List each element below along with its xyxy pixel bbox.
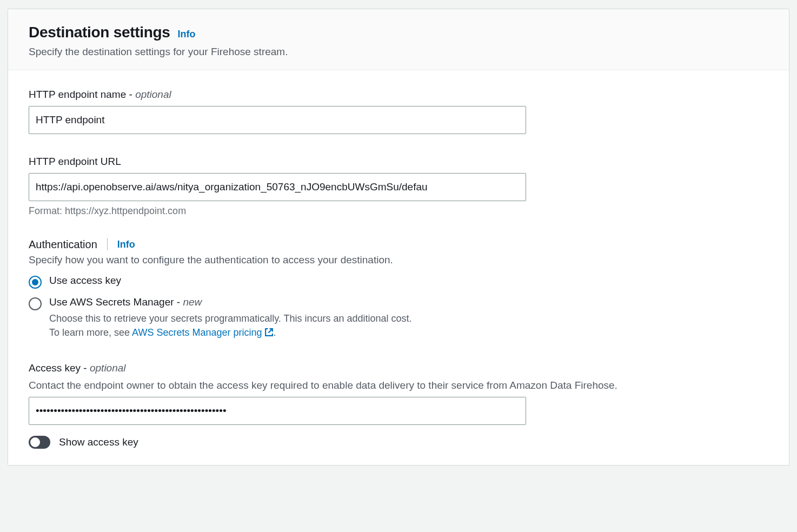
endpoint-url-field: HTTP endpoint URL Format: https://xyz.ht… (29, 156, 768, 217)
info-link[interactable]: Info (178, 29, 196, 40)
show-access-key-toggle[interactable] (29, 436, 50, 449)
endpoint-url-hint: Format: https://xyz.httpendpoint.com (29, 205, 768, 217)
auth-option-secrets-manager-desc: Choose this to retrieve your secrets pro… (49, 311, 768, 341)
divider (107, 238, 108, 250)
radio-selected-icon[interactable] (29, 276, 42, 289)
page-subtitle: Specify the destination settings for you… (29, 46, 768, 58)
auth-option-access-key-label: Use access key (49, 275, 768, 287)
endpoint-name-field: HTTP endpoint name - optional (29, 89, 768, 134)
auth-option-secrets-manager[interactable]: Use AWS Secrets Manager - new Choose thi… (29, 296, 768, 341)
endpoint-url-input[interactable] (29, 173, 526, 201)
access-key-input[interactable] (29, 397, 526, 425)
secrets-manager-pricing-link[interactable]: AWS Secrets Manager pricing (132, 327, 273, 338)
endpoint-name-label: HTTP endpoint name - optional (29, 89, 768, 101)
authentication-info-link[interactable]: Info (117, 239, 135, 250)
destination-settings-panel: Destination settings Info Specify the de… (8, 9, 789, 466)
external-link-icon (264, 327, 274, 341)
auth-option-secrets-manager-label: Use AWS Secrets Manager - new (49, 296, 768, 308)
access-key-label: Access key - optional (29, 362, 768, 374)
authentication-section: Authentication Info Specify how you want… (29, 238, 768, 341)
access-key-desc: Contact the endpoint owner to obtain the… (29, 380, 768, 391)
show-access-key-label: Show access key (59, 436, 138, 448)
authentication-title: Authentication (29, 238, 97, 251)
access-key-field: Access key - optional Contact the endpoi… (29, 362, 768, 449)
endpoint-name-input[interactable] (29, 106, 526, 134)
page-title: Destination settings (29, 23, 170, 42)
panel-header: Destination settings Info Specify the de… (8, 9, 789, 70)
radio-unselected-icon[interactable] (29, 297, 42, 310)
auth-option-access-key[interactable]: Use access key (29, 275, 768, 289)
authentication-subtitle: Specify how you want to configure the au… (29, 254, 768, 266)
endpoint-url-label: HTTP endpoint URL (29, 156, 768, 168)
